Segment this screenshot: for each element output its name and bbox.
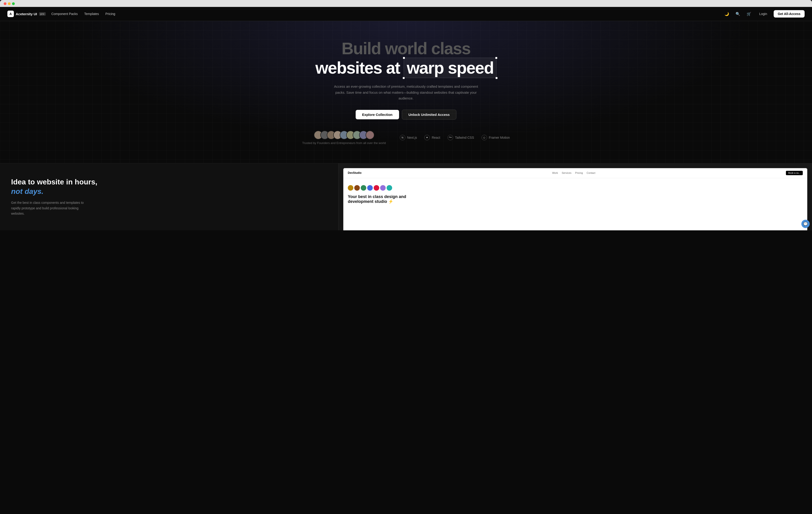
mock-nav-links: Work Services Pricing Contact — [552, 172, 596, 174]
lightning-icon: ⚡ — [388, 199, 393, 204]
mock-nav: DevStudio Work Services Pricing Contact … — [343, 168, 807, 178]
hero-section: Build world class websites at warp speed… — [0, 21, 812, 163]
react-icon: ✦ — [424, 135, 430, 140]
section-two-title-prefix: Idea to website in hours, — [11, 178, 97, 186]
explore-collection-button[interactable]: Explore Collection — [356, 110, 399, 119]
avatars-and-trust: Trusted by Founders and Entrepreneurs fr… — [302, 131, 386, 145]
avatar-9 — [366, 131, 374, 140]
section-two-title: Idea to website in hours, not days. — [11, 177, 327, 196]
section-two-description: Get the best in class components and tem… — [11, 200, 85, 216]
maximize-button[interactable] — [12, 2, 15, 5]
mock-avatar-6 — [380, 185, 386, 191]
mock-brand: DevStudio — [348, 171, 361, 175]
mock-avatar-1 — [348, 185, 353, 191]
pro-badge: pro — [39, 12, 46, 16]
mock-nav-services: Services — [562, 172, 571, 174]
logo-icon: A — [7, 10, 14, 17]
nextjs-icon: N — [400, 135, 405, 140]
nav-pricing[interactable]: Pricing — [105, 12, 115, 16]
login-button[interactable]: Login — [756, 10, 770, 17]
navbar-left: A Aceternity UI pro Component Packs Temp… — [7, 10, 115, 17]
main-window: A Aceternity UI pro Component Packs Temp… — [0, 7, 812, 230]
logo-group[interactable]: A Aceternity UI pro — [7, 10, 46, 17]
chat-bubble[interactable]: 💬 — [801, 220, 810, 228]
browser-controls — [4, 2, 808, 7]
close-button[interactable] — [4, 2, 6, 5]
unlock-access-button[interactable]: Unlock Unlimited Access — [402, 110, 457, 120]
framer-icon: ◇ — [482, 135, 487, 140]
mock-heading-line3: development studio — [348, 199, 387, 204]
react-label: React — [432, 136, 440, 140]
nav-component-packs[interactable]: Component Packs — [51, 12, 78, 16]
browser-chrome — [0, 0, 812, 7]
navbar-right: 🌙 🔍 🛒 Login Get All-Access — [723, 10, 805, 18]
minimize-button[interactable] — [8, 2, 11, 5]
section-two: Idea to website in hours, not days. Get … — [0, 163, 812, 231]
hero-title-line1: Build world class — [316, 39, 497, 58]
hero-buttons: Explore Collection Unlock Unlimited Acce… — [356, 110, 456, 120]
mock-avatar-5 — [374, 185, 379, 191]
logo-text: Aceternity UI — [16, 12, 37, 16]
hero-title-highlight: warp speed — [404, 58, 496, 78]
mock-avatar-3 — [361, 185, 366, 191]
tech-tailwind: 〜 Tailwind CSS — [447, 135, 474, 140]
hero-title: Build world class websites at warp speed — [316, 39, 497, 78]
selection-corner-bl — [403, 77, 405, 79]
mock-avatar-7 — [386, 185, 392, 191]
mock-heading-line1: Your best in class — [348, 194, 383, 199]
navbar: A Aceternity UI pro Component Packs Temp… — [0, 7, 812, 21]
mock-browser: DevStudio Work Services Pricing Contact … — [343, 168, 807, 231]
tech-react: ✦ React — [424, 135, 440, 140]
section-two-title-highlight: not days. — [11, 187, 44, 195]
framer-label: Framer Motion — [489, 136, 510, 140]
mock-nav-contact: Contact — [587, 172, 596, 174]
tailwind-icon: 〜 — [447, 135, 453, 140]
section-two-left: Idea to website in hours, not days. Get … — [0, 163, 338, 231]
mock-nav-work: Work — [552, 172, 558, 174]
tech-stack: N Next.js ✦ React 〜 Tailwind CSS ◇ Frame… — [400, 135, 510, 140]
mock-nav-cta: Book a ca... — [786, 171, 803, 175]
trusted-text: Trusted by Founders and Entrepreneurs fr… — [302, 141, 386, 145]
mock-avatars-row — [348, 185, 803, 191]
nav-links: Component Packs Templates Pricing — [51, 12, 115, 16]
tailwind-label: Tailwind CSS — [455, 136, 474, 140]
hero-title-prefix: websites at — [316, 59, 400, 77]
social-proof: Trusted by Founders and Entrepreneurs fr… — [302, 131, 510, 145]
avatars-group — [314, 131, 374, 140]
mock-avatar-4 — [367, 185, 373, 191]
mock-content: Your best in class design and developmen… — [343, 178, 807, 209]
get-access-button[interactable]: Get All-Access — [774, 10, 805, 18]
mock-heading-bold: design and — [384, 194, 406, 199]
cart-icon[interactable]: 🛒 — [745, 10, 753, 18]
tech-nextjs: N Next.js — [400, 135, 417, 140]
mock-nav-pricing: Pricing — [575, 172, 583, 174]
search-icon[interactable]: 🔍 — [734, 10, 742, 18]
section-two-right: DevStudio Work Services Pricing Contact … — [338, 163, 812, 231]
tech-framer: ◇ Framer Motion — [482, 135, 510, 140]
nextjs-label: Next.js — [407, 136, 417, 140]
mock-heading: Your best in class design and developmen… — [348, 194, 803, 204]
hero-subtitle: Access an ever-growing collection of pre… — [332, 84, 480, 101]
mock-avatar-2 — [354, 185, 360, 191]
hero-title-line2: websites at warp speed — [316, 58, 497, 78]
dark-mode-icon[interactable]: 🌙 — [723, 10, 730, 18]
nav-templates[interactable]: Templates — [84, 12, 99, 16]
selection-corner-br — [496, 77, 497, 79]
